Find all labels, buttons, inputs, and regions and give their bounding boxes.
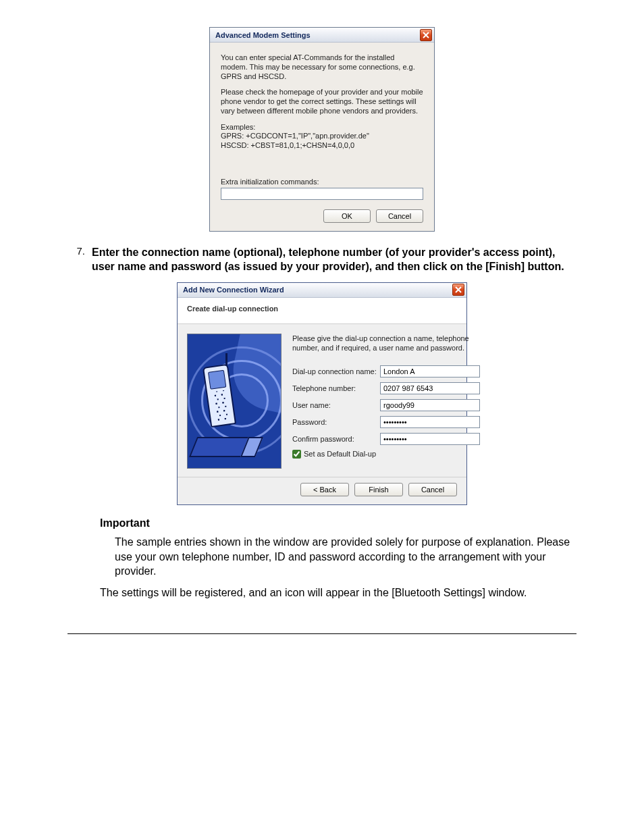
examples-block: Examples: GPRS: +CGDCONT=1,"IP","apn.pro… xyxy=(221,123,423,151)
important-paragraph: The sample entries shown in the window a… xyxy=(115,535,576,579)
close-icon[interactable] xyxy=(420,29,432,41)
dialog-title: Add New Connection Wizard xyxy=(183,286,452,294)
examples-label: Examples: xyxy=(221,123,255,131)
telephone-number-label: Telephone number: xyxy=(292,384,380,392)
close-icon[interactable] xyxy=(452,284,464,296)
step-7: 7. Enter the connection name (optional),… xyxy=(68,245,576,274)
titlebar: Add New Connection Wizard xyxy=(178,283,466,298)
user-name-label: User name: xyxy=(292,401,380,409)
user-name-input[interactable] xyxy=(380,399,480,411)
password-label: Password: xyxy=(292,418,380,426)
telephone-number-input[interactable] xyxy=(380,382,480,394)
cancel-button[interactable]: Cancel xyxy=(408,483,457,496)
titlebar: Advanced Modem Settings xyxy=(210,28,434,43)
info-paragraph-2: Please check the homepage of your provid… xyxy=(221,88,423,115)
step-number: 7. xyxy=(68,245,92,274)
example-hscsd: HSCSD: +CBST=81,0,1;+CHSN=4,0,0,0 xyxy=(221,141,354,149)
connection-name-label: Dial-up connection name: xyxy=(292,367,380,375)
ok-button[interactable]: OK xyxy=(323,209,371,223)
important-heading: Important xyxy=(100,517,576,529)
password-input[interactable] xyxy=(380,416,480,428)
finish-button[interactable]: Finish xyxy=(354,483,403,496)
extra-commands-input[interactable] xyxy=(221,188,423,200)
footer-divider xyxy=(68,633,576,634)
wizard-intro-text: Please give the dial-up connection a nam… xyxy=(292,334,480,353)
set-default-dialup-checkbox[interactable] xyxy=(292,450,301,459)
dialog-subtitle: Create dial-up connection xyxy=(178,298,466,324)
connection-name-input[interactable] xyxy=(380,365,480,377)
advanced-modem-settings-dialog: Advanced Modem Settings You can enter sp… xyxy=(209,27,435,232)
dialog-title: Advanced Modem Settings xyxy=(215,31,420,39)
confirm-password-label: Confirm password: xyxy=(292,435,380,443)
wizard-illustration xyxy=(187,334,281,469)
back-button[interactable]: < Back xyxy=(300,483,349,496)
example-gprs: GPRS: +CGDCONT=1,"IP","apn.provider.de" xyxy=(221,132,369,140)
cancel-button[interactable]: Cancel xyxy=(376,209,423,223)
result-paragraph: The settings will be registered, and an … xyxy=(100,585,576,600)
extra-commands-label: Extra initialization commands: xyxy=(221,178,423,186)
step-instruction: Enter the connection name (optional), te… xyxy=(92,245,576,274)
add-new-connection-wizard-dialog: Add New Connection Wizard Create dial-up… xyxy=(177,282,467,505)
info-paragraph-1: You can enter special AT-Commands for th… xyxy=(221,53,423,81)
set-default-dialup-label: Set as Default Dial-up xyxy=(304,450,376,458)
confirm-password-input[interactable] xyxy=(380,433,480,445)
